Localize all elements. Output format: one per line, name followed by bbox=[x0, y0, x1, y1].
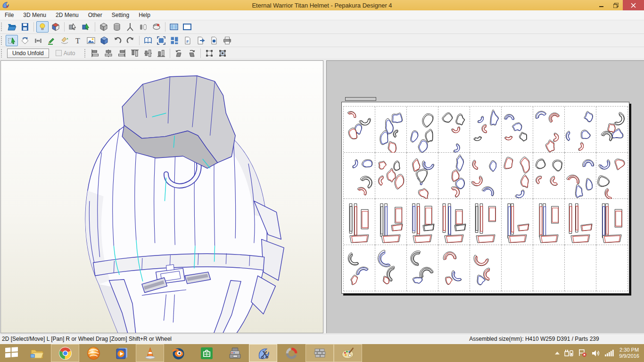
light-button[interactable] bbox=[36, 21, 49, 33]
undo-button[interactable] bbox=[111, 35, 124, 46]
pattern-page-cell[interactable] bbox=[438, 199, 470, 245]
pattern-page-cell[interactable] bbox=[533, 245, 565, 291]
pattern-page-cell[interactable] bbox=[502, 153, 533, 199]
pattern-sheet[interactable] bbox=[341, 102, 629, 294]
open-book-button[interactable] bbox=[142, 35, 154, 46]
pattern-page-cell[interactable] bbox=[533, 153, 565, 199]
align-right-button[interactable] bbox=[116, 48, 128, 58]
menu-other[interactable]: Other bbox=[83, 11, 107, 19]
select-move-button[interactable] bbox=[6, 35, 18, 46]
align-middle-button[interactable] bbox=[142, 48, 154, 58]
pattern-page-cell[interactable] bbox=[596, 199, 628, 245]
taskbar-app-paint[interactable] bbox=[334, 344, 362, 362]
pattern-page-cell[interactable] bbox=[407, 107, 438, 153]
align-bottom-button[interactable] bbox=[155, 48, 167, 58]
auto-checkbox[interactable]: Auto bbox=[56, 50, 75, 57]
pattern-page-cell[interactable] bbox=[565, 199, 596, 245]
save-button[interactable] bbox=[19, 21, 31, 33]
pattern-page-cell[interactable] bbox=[344, 245, 375, 291]
toolbar-grip[interactable] bbox=[1, 36, 3, 45]
pattern-page-cell[interactable] bbox=[502, 107, 533, 153]
network-icon[interactable] bbox=[604, 349, 614, 357]
2d-pattern-viewport[interactable] bbox=[326, 60, 644, 333]
pattern-page-cell[interactable] bbox=[344, 107, 375, 153]
open-file-button[interactable] bbox=[6, 21, 18, 33]
menu-2d[interactable]: 2D Menu bbox=[51, 11, 83, 19]
pattern-page-cell[interactable] bbox=[596, 245, 628, 291]
taskbar-app-print-machine[interactable] bbox=[221, 344, 249, 362]
menu-help[interactable]: Help bbox=[134, 11, 155, 19]
single-view-button[interactable] bbox=[181, 21, 193, 33]
pattern-page-cell[interactable] bbox=[533, 199, 565, 245]
toolbar-grip[interactable] bbox=[84, 49, 87, 58]
text-tool-button[interactable]: T bbox=[72, 35, 84, 46]
pattern-page-cell[interactable] bbox=[407, 153, 438, 199]
toolbar-grip[interactable] bbox=[1, 23, 3, 31]
cylinder-view-button[interactable] bbox=[111, 21, 123, 33]
spread-parts-button[interactable] bbox=[32, 35, 44, 46]
pattern-page-cell[interactable] bbox=[375, 199, 407, 245]
pattern-page-cell[interactable] bbox=[565, 153, 596, 199]
pattern-page-cell[interactable] bbox=[565, 107, 596, 153]
pattern-page-cell[interactable] bbox=[596, 107, 628, 153]
cube-view-button[interactable] bbox=[98, 21, 110, 33]
group-handles-button[interactable] bbox=[216, 48, 229, 58]
tray-clock[interactable]: 2:30 PM 9/9/2016 bbox=[619, 347, 639, 359]
menu-setting[interactable]: Setting bbox=[107, 11, 134, 19]
pattern-page-cell[interactable] bbox=[470, 153, 502, 199]
select-area-button[interactable] bbox=[155, 35, 167, 46]
power-icon[interactable] bbox=[564, 349, 574, 357]
edge-style-button[interactable] bbox=[137, 21, 149, 33]
orbit-view-button[interactable] bbox=[150, 21, 163, 33]
taskbar-app-file-explorer[interactable] bbox=[23, 344, 51, 362]
pattern-page-cell[interactable] bbox=[407, 199, 438, 245]
undo-unfold-button[interactable]: Undo Unfold bbox=[7, 49, 49, 58]
pattern-page-cell[interactable] bbox=[533, 107, 565, 153]
page-capture-button[interactable] bbox=[208, 35, 220, 46]
pattern-page-cell[interactable] bbox=[470, 199, 502, 245]
image-tool-button[interactable] bbox=[85, 35, 97, 46]
pattern-page-cell[interactable] bbox=[344, 153, 375, 199]
pattern-page-cell[interactable] bbox=[375, 245, 407, 291]
pattern-page-cell[interactable] bbox=[502, 199, 533, 245]
pattern-page-cell[interactable] bbox=[438, 107, 470, 153]
rotate-right-button[interactable] bbox=[186, 48, 198, 58]
menu-file[interactable]: File bbox=[0, 11, 18, 19]
start-button[interactable] bbox=[0, 344, 23, 362]
3d-viewport[interactable] bbox=[0, 60, 323, 333]
pattern-page-cell[interactable] bbox=[470, 245, 502, 291]
rotate-left-button[interactable] bbox=[173, 48, 185, 58]
select-3d-white-button[interactable] bbox=[67, 21, 79, 33]
align-left-button[interactable] bbox=[89, 48, 101, 58]
redo-button[interactable] bbox=[124, 35, 137, 46]
pattern-page-cell[interactable] bbox=[375, 107, 407, 153]
taskbar-app-media-player[interactable] bbox=[107, 344, 136, 362]
auto-layout-button[interactable] bbox=[168, 35, 181, 46]
print-button[interactable] bbox=[221, 35, 233, 46]
volume-icon[interactable] bbox=[591, 349, 600, 357]
pattern-page-cell[interactable] bbox=[470, 107, 502, 153]
toolbar-grip[interactable] bbox=[1, 49, 3, 58]
minimize-button[interactable] bbox=[594, 0, 609, 10]
axis-view-button[interactable] bbox=[124, 21, 136, 33]
page-number-button[interactable]: # bbox=[182, 35, 194, 46]
taskbar-app-chrome[interactable] bbox=[51, 344, 79, 362]
pattern-page-cell[interactable] bbox=[438, 245, 470, 291]
select-3d-green-button[interactable] bbox=[80, 21, 92, 33]
taskbar-app-vlc[interactable] bbox=[136, 344, 164, 362]
pattern-page-cell[interactable] bbox=[596, 153, 628, 199]
pattern-page-cell[interactable] bbox=[375, 153, 407, 199]
taskbar-app-pepakura-designer[interactable] bbox=[249, 344, 277, 362]
pattern-page-cell[interactable] bbox=[344, 199, 375, 245]
menu-3d[interactable]: 3D Menu bbox=[18, 11, 51, 19]
edit-line-button[interactable] bbox=[45, 35, 58, 46]
auto-checkbox-box[interactable] bbox=[56, 50, 62, 56]
flatten-part-button[interactable] bbox=[58, 35, 71, 46]
close-button[interactable] bbox=[623, 0, 644, 10]
hidden-icons-icon[interactable] bbox=[554, 351, 560, 355]
pattern-page-cell[interactable] bbox=[502, 245, 533, 291]
pattern-page-cell[interactable] bbox=[438, 153, 470, 199]
align-top-button[interactable] bbox=[129, 48, 141, 58]
taskbar-app-bitcomet[interactable] bbox=[79, 344, 107, 362]
page-export-button[interactable] bbox=[195, 35, 207, 46]
